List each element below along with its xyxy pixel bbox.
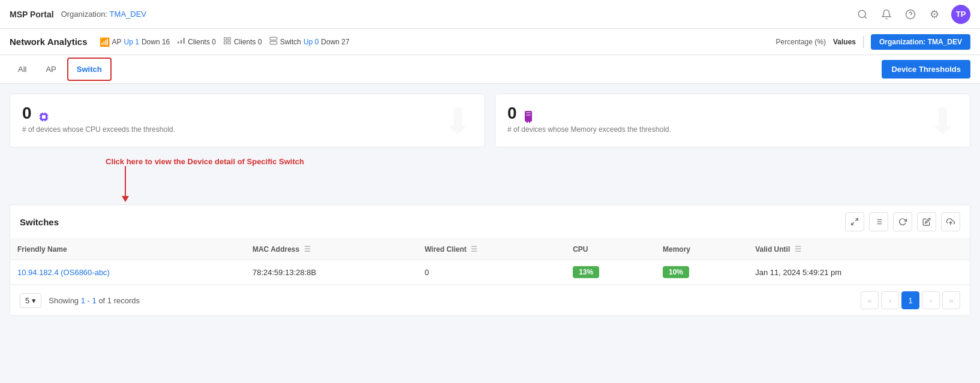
tab-all[interactable]: All <box>10 59 35 80</box>
tab-bar: All AP Switch Device Thresholds <box>0 55 980 84</box>
next-page-btn[interactable]: › <box>922 291 940 309</box>
org-button[interactable]: Organization: TMA_DEV <box>871 34 970 50</box>
mac-col-menu-icon[interactable]: ☰ <box>304 245 311 254</box>
valid-col-menu-icon[interactable]: ☰ <box>795 245 801 254</box>
arrow-head <box>122 196 129 202</box>
svg-line-1 <box>864 16 866 18</box>
percentage-toggle[interactable]: Percentage (%) <box>776 38 826 46</box>
ap-up[interactable]: Up 1 <box>124 38 139 46</box>
first-page-btn[interactable]: « <box>861 291 879 309</box>
sub-nav-title: Network Analytics <box>10 37 88 47</box>
memory-watermark: ⬇ <box>928 100 958 142</box>
refresh-icon[interactable] <box>893 212 912 231</box>
notification-icon[interactable] <box>879 7 894 22</box>
switch-label: Switch <box>280 38 301 46</box>
tab-switch[interactable]: Switch <box>67 58 112 81</box>
search-icon[interactable] <box>855 7 870 22</box>
top-nav-right: ⚙ TP <box>855 5 970 24</box>
clients-label-1: Clients 0 <box>188 38 216 46</box>
col-mac-address: MAC Address ☰ <box>245 239 417 260</box>
main-content: 0 # of devices whose CPU exceeds the thr… <box>0 84 980 325</box>
svg-rect-5 <box>181 40 182 44</box>
cpu-icon <box>38 111 49 122</box>
device-thresholds-button[interactable]: Device Thresholds <box>882 60 970 79</box>
svg-rect-11 <box>270 37 277 40</box>
settings-icon[interactable]: ⚙ <box>927 7 942 22</box>
memory-count-row: 0 <box>507 104 958 123</box>
values-toggle[interactable]: Values <box>833 38 856 46</box>
svg-rect-26 <box>526 112 531 113</box>
svg-point-0 <box>858 10 865 17</box>
portal-name: MSP Portal <box>10 10 54 19</box>
switch-up[interactable]: Up 0 <box>303 38 318 46</box>
ap-down: Down 16 <box>142 38 170 46</box>
cpu-watermark: ⬇ <box>443 100 473 142</box>
svg-rect-10 <box>228 41 230 44</box>
cell-memory: 10% <box>656 260 748 285</box>
memory-threshold-desc: # of devices whose Memory exceeds the th… <box>507 125 958 134</box>
svg-rect-8 <box>228 38 230 40</box>
ap-stat: 📶 AP Up 1 Down 16 <box>100 37 170 47</box>
top-nav: MSP Portal Organization: TMA_DEV ⚙ TP <box>0 0 980 29</box>
cell-mac: 78:24:59:13:28:8B <box>245 260 417 285</box>
annotation-arrow <box>125 166 126 202</box>
col-friendly-name: Friendly Name <box>10 239 245 260</box>
svg-rect-9 <box>224 41 227 44</box>
wifi-icon: 📶 <box>100 37 110 47</box>
table-row: 10.94.182.4 (OS6860-abc) 78:24:59:13:28:… <box>10 260 970 285</box>
switches-table: Friendly Name MAC Address ☰ Wired Client… <box>10 239 970 285</box>
prev-page-btn[interactable]: ‹ <box>881 291 899 309</box>
svg-rect-7 <box>224 38 227 40</box>
col-valid-until: Valid Until ☰ <box>748 239 970 260</box>
cpu-count: 0 <box>22 104 32 122</box>
col-memory: Memory <box>656 239 748 260</box>
upload-icon[interactable] <box>941 212 960 231</box>
svg-rect-12 <box>270 41 277 44</box>
sub-nav: Network Analytics 📶 AP Up 1 Down 16 Clie… <box>0 29 980 55</box>
tab-ap[interactable]: AP <box>37 59 64 80</box>
memory-icon <box>524 111 533 123</box>
wired-col-menu-icon[interactable]: ☰ <box>471 245 477 254</box>
avatar[interactable]: TP <box>951 5 970 24</box>
page-1-btn[interactable]: 1 <box>901 291 919 309</box>
showing-text: Showing 1 - 1 of 1 records <box>49 296 140 305</box>
svg-rect-16 <box>42 115 46 119</box>
pagination-bar: 5 ▾ Showing 1 - 1 of 1 records « ‹ 1 › » <box>10 285 970 315</box>
switches-title: Switches <box>20 217 59 227</box>
server-icon <box>269 37 278 47</box>
page-nav: « ‹ 1 › » <box>861 291 960 309</box>
org-name[interactable]: TMA_DEV <box>110 10 146 19</box>
cell-wired-client: 0 <box>417 260 566 285</box>
memory-badge: 10% <box>663 266 689 278</box>
grid-icon <box>223 37 232 47</box>
org-label: Organization: TMA_DEV <box>61 10 146 19</box>
switches-section: Switches <box>10 204 970 316</box>
edit-icon[interactable] <box>917 212 936 231</box>
bar-chart-icon <box>177 37 185 47</box>
clients-label-2: Clients 0 <box>234 38 262 46</box>
svg-rect-6 <box>178 41 179 44</box>
svg-rect-28 <box>527 122 528 123</box>
device-link[interactable]: 10.94.182.4 (OS6860-abc) <box>17 268 110 277</box>
expand-icon[interactable] <box>845 212 864 231</box>
chevron-down-icon: ▾ <box>32 296 36 305</box>
divider <box>863 36 864 48</box>
last-page-btn[interactable]: » <box>942 291 960 309</box>
memory-threshold-card: 0 # of devices whose Memory exceeds the … <box>495 94 970 147</box>
svg-line-31 <box>852 222 854 225</box>
switch-down: Down 27 <box>321 38 349 46</box>
switches-actions <box>845 212 960 231</box>
sub-nav-right: Percentage (%) Values Organization: TMA_… <box>776 34 970 50</box>
cell-friendly-name: 10.94.182.4 (OS6860-abc) <box>10 260 245 285</box>
per-page-select[interactable]: 5 ▾ <box>20 293 41 308</box>
help-icon[interactable] <box>903 7 918 22</box>
cpu-threshold-card: 0 # of devices whose CPU exceeds the thr… <box>10 94 485 147</box>
svg-line-30 <box>855 219 858 221</box>
clients-stat-1: Clients 0 <box>177 37 216 47</box>
cpu-threshold-desc: # of devices whose CPU exceeds the thres… <box>22 125 473 134</box>
svg-rect-29 <box>529 122 530 123</box>
columns-icon[interactable] <box>869 212 888 231</box>
svg-rect-4 <box>184 38 185 43</box>
annotation-text: Click here to view the Device detail of … <box>106 157 970 166</box>
annotation-container: Click here to view the Device detail of … <box>10 157 970 202</box>
